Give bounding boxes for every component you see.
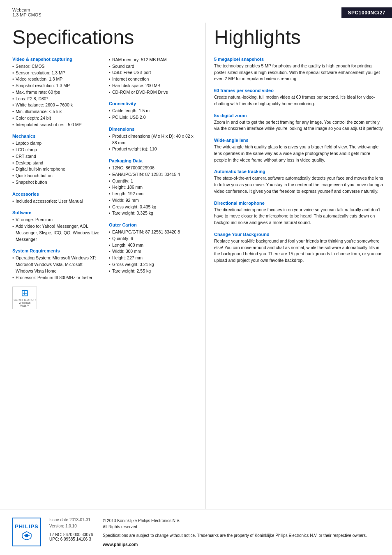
- highlight-item: 60 frames per second videoCreate natural…: [214, 88, 384, 107]
- footer-disclaimer: Specifications are subject to change wit…: [103, 532, 380, 539]
- spec-list: Laptop clampLCD clampCRT standDesktop st…: [12, 140, 101, 185]
- spec-list: RAM memory: 512 MB RAMSound cardUSB: Fre…: [109, 57, 197, 96]
- section-heading: Accessories: [12, 192, 101, 197]
- philips-logo: PHILIPS: [12, 518, 41, 546]
- spec-item: CRT stand: [12, 153, 101, 160]
- footer-upc-value: UPC: 6 09585 14106 3: [49, 537, 95, 541]
- footer-nc-value: 12 NC: 8670 000 33076: [49, 532, 95, 537]
- footer-issue-date: Issue date 2013-01-31: [49, 518, 95, 522]
- spec-item: Tare weight: 2.55 kg: [109, 268, 197, 275]
- spec-item: LCD clamp: [12, 147, 101, 153]
- highlight-text: The wide-angle high quality glass lens g…: [214, 144, 384, 163]
- highlight-heading: Directional microphone: [214, 201, 384, 206]
- spec-item: CD-ROM or DVD-ROM Drive: [109, 89, 197, 96]
- spec-item: Laptop clamp: [12, 140, 101, 147]
- spec-item: Gross weight: 3.21 kg: [109, 261, 197, 268]
- svg-point-0: [25, 534, 28, 537]
- spec-item: Digital built-in microphone: [12, 166, 101, 173]
- spec-item: Included accessories: User Manual: [12, 198, 101, 205]
- spec-list: Sensor: CMOSSensor resolution: 1.3 MPVid…: [12, 63, 101, 128]
- spec-item: Quantity: 6: [109, 236, 197, 242]
- webcam-line2: 1.3 MP CMOS: [12, 12, 42, 17]
- spec-list: EAN/UPC/GTIN: 87 12581 33420 8Quantity: …: [109, 229, 197, 274]
- webcam-line1: Webcam: [12, 7, 42, 12]
- specs-col-left: Video & snapshot capturingSensor: CMOSSe…: [12, 57, 101, 281]
- section-heading: Packaging Data: [109, 158, 197, 163]
- spec-item: Sensor resolution: 1.3 MP: [12, 70, 101, 76]
- windows-icon: ⊞: [21, 289, 28, 298]
- section-heading: Dimensions: [109, 127, 197, 132]
- spec-item: Hard disk space: 200 MB: [109, 83, 197, 89]
- product-code-bar: SPC1000NC/27: [341, 7, 392, 18]
- highlight-text: The directional microphone focuses in on…: [214, 207, 384, 226]
- spec-item: Sound card: [109, 63, 197, 70]
- footer-version-row: Version: 1.0.10: [49, 524, 95, 528]
- footer: PHILIPS Issue date 2013-01-31 Version: 1…: [0, 509, 392, 555]
- specs-title: Specifications: [12, 27, 197, 49]
- footer-nc: 12 NC: 8670 000 33076 UPC: 6 09585 14106…: [49, 532, 95, 541]
- spec-item: Operating System: Microsoft Windows XP, …: [12, 255, 101, 274]
- spec-item: Video resolution: 1.3 MP: [12, 76, 101, 83]
- spec-item: 12NC: 867000029906: [109, 165, 197, 171]
- highlight-text: The state-of-the-art camera software aut…: [214, 175, 384, 194]
- spec-item: Snapshot resolution: 1.3 MP: [12, 83, 101, 89]
- main-content: Specifications Video & snapshot capturin…: [0, 23, 392, 555]
- spec-list: Operating System: Microsoft Windows XP, …: [12, 255, 101, 281]
- windows-badge: ⊞ CERTIFIED FORWindowsVista™: [12, 287, 37, 309]
- spec-list: 12NC: 867000029906EAN/UPC/GTIN: 87 12581…: [109, 165, 197, 217]
- spec-item: White balance: 2600 – 7600 k: [12, 102, 101, 109]
- section-heading: Video & snapshot capturing: [12, 57, 101, 62]
- spec-item: Tare weight: 0.325 kg: [109, 210, 197, 217]
- philips-logo-shield: [21, 531, 33, 541]
- windows-certified-label: CERTIFIED FORWindowsVista™: [14, 298, 36, 307]
- spec-item: Length: 192 mm: [109, 191, 197, 197]
- highlight-heading: Wide-angle lens: [214, 138, 384, 143]
- highlight-item: 5x digital zoomZoom in and out to get th…: [214, 113, 384, 132]
- spec-item: Width: 92 mm: [109, 197, 197, 204]
- highlight-heading: 5 megapixel snapshots: [214, 57, 384, 62]
- footer-version: Version: 1.0.10: [49, 524, 95, 528]
- spec-item: Quantity: 1: [109, 178, 197, 185]
- specs-col-right: RAM memory: 512 MB RAMSound cardUSB: Fre…: [109, 57, 197, 281]
- spec-item: Length: 400 mm: [109, 242, 197, 249]
- footer-info: Issue date 2013-01-31 Version: 1.0.10 12…: [49, 518, 95, 541]
- highlight-heading: 5x digital zoom: [214, 113, 384, 118]
- footer-copyright-line1: © 2013 Koninklijke Philips Electronics N…: [103, 518, 380, 524]
- page-wrapper: Webcam 1.3 MP CMOS SPC1000NC/27 Specific…: [0, 0, 392, 555]
- spec-item: Add video to: Yahoo! Messenger, AOL Mess…: [12, 223, 101, 243]
- highlight-item: Wide-angle lensThe wide-angle high quali…: [214, 138, 384, 163]
- footer-issue-row: Issue date 2013-01-31: [49, 518, 95, 522]
- spec-item: Internet connection: [109, 76, 197, 83]
- spec-item: Min. illuminance: < 5 lux: [12, 109, 101, 115]
- spec-item: PC Link: USB 2.0: [109, 114, 197, 121]
- spec-list: VLounge: PremiumAdd video to: Yahoo! Mes…: [12, 217, 101, 243]
- spec-item: Processor: Pentium III 800MHz or faster: [12, 275, 101, 281]
- spec-item: Color depth: 24 bit: [12, 115, 101, 122]
- spec-item: Sensor: CMOS: [12, 63, 101, 70]
- spec-item: Interpolated snapshot res.: 5.0 MP: [12, 122, 101, 128]
- spec-item: Quicklaunch button: [12, 173, 101, 179]
- spec-item: Width: 300 mm: [109, 248, 197, 255]
- spec-item: EAN/UPC/GTIN: 87 12581 33420 8: [109, 229, 197, 236]
- spec-item: Product weight (g): 110: [109, 146, 197, 153]
- spec-item: Cable length: 1.5 m: [109, 108, 197, 114]
- highlights-title: Highlights: [214, 27, 384, 49]
- spec-item: EAN/UPC/GTIN: 87 12581 33415 4: [109, 171, 197, 178]
- section-heading: Mechanics: [12, 134, 101, 139]
- footer-copyright: © 2013 Koninklijke Philips Electronics N…: [103, 518, 380, 530]
- left-column: Specifications Video & snapshot capturin…: [0, 23, 205, 555]
- footer-website: www.philips.com: [103, 542, 380, 547]
- highlight-text: Replace your real-life background and fo…: [214, 238, 384, 264]
- spec-list: Product dimensions (W x H x D): 40 x 82 …: [109, 133, 197, 153]
- spec-item: Snapshot button: [12, 179, 101, 186]
- spec-item: Desktop stand: [12, 160, 101, 166]
- spec-item: RAM memory: 512 MB RAM: [109, 57, 197, 63]
- footer-copyright-line2: All Rights reserved.: [103, 524, 380, 530]
- spec-item: Height: 227 mm: [109, 255, 197, 261]
- philips-logo-text: PHILIPS: [15, 523, 39, 530]
- highlight-heading: Automatic face tracking: [214, 169, 384, 174]
- section-heading: Connectivity: [109, 101, 197, 106]
- spec-item: Gross weight: 0.435 kg: [109, 204, 197, 210]
- section-heading: System Requirements: [12, 248, 101, 253]
- spec-list: Included accessories: User Manual: [12, 198, 101, 205]
